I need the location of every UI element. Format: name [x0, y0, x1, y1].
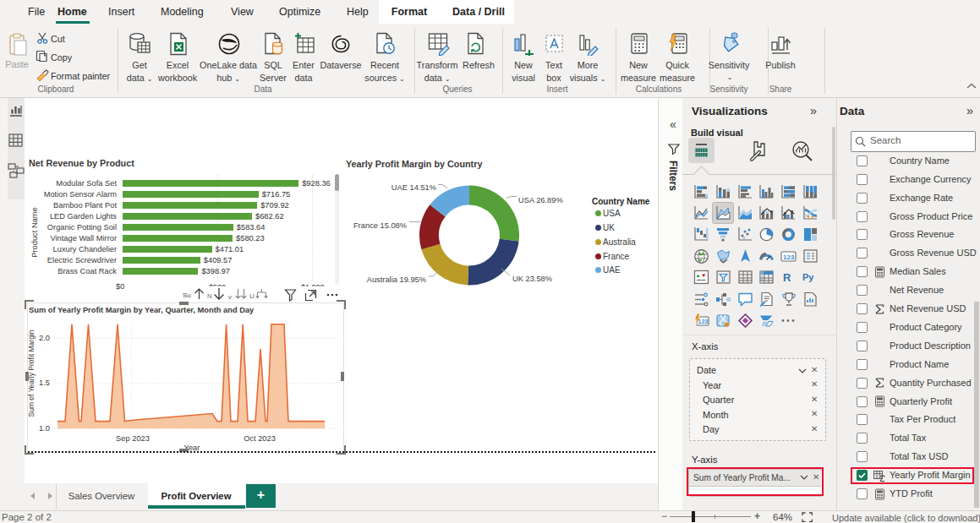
svg-text:R: R: [783, 271, 791, 284]
svg-text:123: 123: [783, 253, 795, 260]
svg-text:Py: Py: [802, 272, 814, 282]
